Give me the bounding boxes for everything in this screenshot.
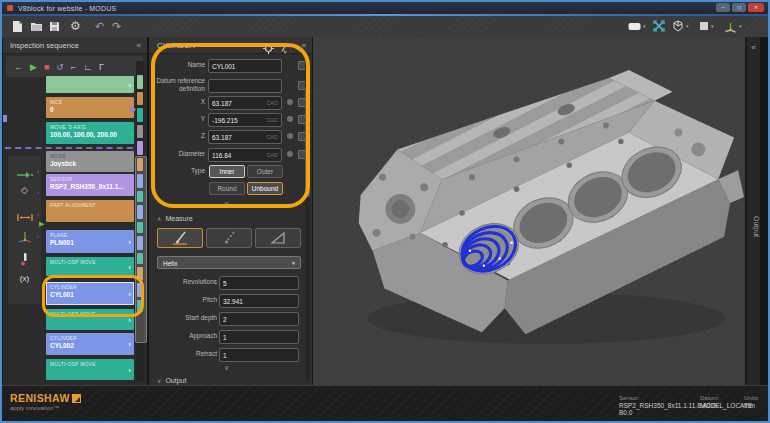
insertion-marker-line [5,147,143,149]
feature-settings-icon[interactable] [263,40,274,58]
run-sequence-icon[interactable]: ▶ [30,62,37,72]
list-item-multi-osp-move[interactable]: MULTI-OSP MOVE › [46,309,134,330]
title-bar: V8block for website - MODUS ─ ◻ ✕ [2,2,768,14]
expand-output-icon[interactable]: « [747,43,760,52]
minimap-marker-play: ▸ [130,130,133,137]
measure-section-header[interactable]: ∧Measure [157,215,193,222]
insert-before-icon[interactable]: ⌐ [71,62,76,72]
move-tool-icon[interactable] [8,165,41,183]
strategy-scan-button[interactable] [206,228,252,248]
x-label: X [135,98,205,105]
chevron-right-icon: › [128,80,131,89]
start-depth-input[interactable] [220,313,298,325]
collapse-panel-icon[interactable]: « [302,37,306,54]
save-button[interactable] [49,19,60,33]
feature-tool-icon[interactable]: ◇ [8,185,41,195]
chevron-right-icon: › [128,237,131,246]
expand-more-icon[interactable]: ∨ [149,364,304,372]
view-cube-button[interactable]: ▾ [672,19,689,33]
settings-gear-icon[interactable]: ⚙ [70,19,81,33]
loop-sequence-icon[interactable]: ↺ [56,62,64,72]
list-item-multi-osp-move[interactable]: MULTI-OSP MOVE › [46,257,134,276]
list-item-cylinder-cyl001[interactable]: CYLINDER CYL001 › [46,282,134,305]
chevron-right-icon: › [128,340,131,349]
redo-button[interactable]: ↷ [112,19,121,33]
axes-gizmo-button[interactable]: ▾ [724,19,742,33]
list-item-mcs[interactable]: MCS 0 [46,97,134,118]
undo-button[interactable]: ↶ [95,19,104,33]
list-item-multi-osp-move[interactable]: MULTI-OSP MOVE › [46,359,134,380]
chevron-right-icon: › [128,289,131,298]
approach-input[interactable] [220,331,298,343]
list-item-partial[interactable]: › [46,76,134,93]
sequence-toolbar: ← ▶ ■ ↺ ⌐ ∟ Γ [6,56,143,77]
insert-group-icon[interactable]: Γ [99,62,104,72]
list-item-move-5axis[interactable]: MOVE, 5-AXIS 100.00, 100.00, 200.00 [46,122,134,144]
revolutions-label: Revolutions [137,278,217,285]
strategy-touch-button[interactable] [157,228,203,248]
model-viewport[interactable] [313,37,745,385]
output-panel-strip: « Output [746,37,760,385]
coordinate-system-icon[interactable] [8,229,41,247]
dimension-tool-icon[interactable] [8,208,41,226]
pitch-input[interactable] [220,295,298,307]
z-nominal-toggle[interactable] [287,133,293,139]
open-folder-button[interactable] [30,19,43,33]
plane-view-button[interactable]: ▾ [699,19,714,33]
insert-after-icon[interactable]: ∟ [83,62,92,72]
collapse-panel-icon[interactable]: « [137,37,141,54]
name-label: Name [135,61,205,68]
output-section-header[interactable]: ∨Output [157,377,186,384]
breakpoint-marker [3,115,7,122]
chevron-right-icon: › [128,365,131,374]
step-back-icon[interactable]: ← [14,62,23,72]
renishaw-logo: RENISHAW [10,392,81,404]
strategy-angle-button[interactable] [255,228,301,248]
retract-label: Retract [137,350,217,357]
list-item-mode[interactable]: MODE Joystick [46,151,134,172]
start-depth-label: Start depth [137,314,217,321]
list-item-cylinder-cyl002[interactable]: CYLINDER CYL002 › [46,333,134,355]
properties-scrollbar[interactable] [305,57,310,381]
stop-sequence-icon[interactable]: ■ [44,62,49,72]
new-file-button[interactable] [12,19,23,33]
diameter-nominal-toggle[interactable] [287,151,293,157]
main-toolbar: ⚙ ↶ ↷ ▾ ▾ ▾ ▾ [2,16,768,37]
status-bar: RENISHAW apply innovation™ Sensor: RSP2_… [2,385,768,422]
measure-now-icon[interactable] [279,40,290,58]
bound-round-button[interactable]: Round [209,182,245,195]
scan-strategy-dropdown[interactable]: Helix ▼ [157,256,301,269]
diameter-label: Diameter [135,150,205,157]
bound-unbound-button[interactable]: Unbound [247,182,283,195]
chevron-right-icon: › [128,315,131,324]
minimize-button[interactable]: ─ [716,3,730,12]
units-status: Units: mm [744,395,759,409]
list-item-plane[interactable]: PLANE PLN001 › [46,230,134,253]
renishaw-logo-mark [72,394,81,403]
type-inner-button[interactable]: Inner [209,165,245,178]
inspection-sequence-title: Inspection sequence [3,37,147,54]
z-label: Z [135,132,205,139]
list-item-part-alignment[interactable]: PART ALIGNMENT [46,200,134,222]
retract-input[interactable] [220,349,298,361]
sensor-view-button[interactable]: ▾ [628,19,646,33]
type-outer-button[interactable]: Outer [247,165,283,178]
expand-more-icon[interactable]: ∨ [149,200,304,208]
datum-reference-input[interactable] [209,80,281,92]
output-tab[interactable]: Output [747,197,760,257]
feature-tool-strip: ◇ (x) ›› ›› [8,156,41,304]
comment-tool-icon[interactable] [8,252,41,270]
close-button[interactable]: ✕ [748,3,764,12]
y-nominal-toggle[interactable] [287,116,293,122]
list-item-sensor[interactable]: SENSOR RSP2_RSH350_8x11.1... [46,174,134,196]
variable-tool-icon[interactable]: (x) [8,274,41,283]
maximize-button[interactable]: ◻ [732,3,746,12]
x-nominal-toggle[interactable] [287,99,293,105]
dropdown-arrow-icon: ▼ [291,257,296,270]
y-label: Y [135,115,205,122]
name-input[interactable] [209,60,281,72]
revolutions-input[interactable] [220,277,298,289]
brand-tagline: apply innovation™ [10,405,59,411]
properties-scrollbar-thumb[interactable] [305,87,310,197]
fit-view-icon[interactable] [653,19,665,33]
